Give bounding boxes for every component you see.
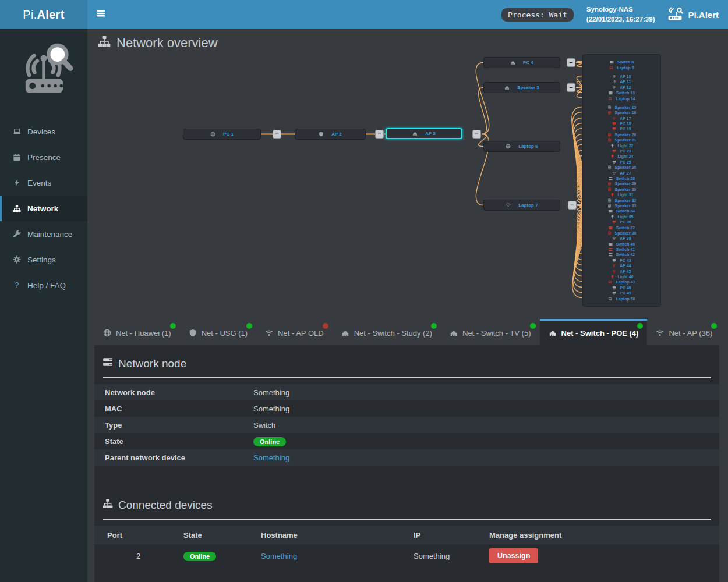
- desktop-icon: [612, 220, 616, 224]
- process-status-badge: Process: Wait: [501, 8, 574, 22]
- sidebar-item-events[interactable]: Events: [0, 170, 87, 196]
- sidebar-item-settings[interactable]: Settings: [0, 247, 87, 272]
- collapse-button-laptop7[interactable]: −: [568, 201, 577, 210]
- device-item-pc-25[interactable]: PC 25: [585, 159, 658, 165]
- device-label: PC 19: [620, 127, 631, 131]
- device-item-speaker-20[interactable]: Speaker 20: [585, 132, 658, 137]
- network-node-ap-3[interactable]: AP 3: [386, 128, 462, 139]
- device-item-switch-28[interactable]: Switch 28: [585, 176, 658, 181]
- sidebar-item-devices[interactable]: Devices: [0, 119, 87, 144]
- column-header-manage-assignment: Manage assignment: [489, 531, 719, 540]
- app-logo[interactable]: Pi.Alert: [0, 0, 87, 29]
- device-item-laptop-47[interactable]: Laptop 47: [585, 279, 658, 285]
- tab-net-switch-tv-5[interactable]: Net - Switch - TV (5): [441, 321, 540, 345]
- sidebar-toggle-button[interactable]: [87, 0, 114, 29]
- device-item-pc-43[interactable]: PC 43: [585, 258, 658, 263]
- network-node-laptop-7[interactable]: Laptop 7: [483, 200, 560, 211]
- connected-devices-heading: Connected devices: [94, 495, 719, 517]
- connected-devices-heading-label: Connected devices: [118, 499, 213, 512]
- network-node-pc-4[interactable]: PC 4: [483, 57, 560, 68]
- unassign-button[interactable]: Unassign: [489, 548, 538, 563]
- device-item-speaker-16[interactable]: Speaker 16: [585, 110, 658, 115]
- cell-port: 2: [94, 552, 183, 560]
- tab-net-ap-36[interactable]: Net - AP (36): [647, 321, 721, 345]
- sidebar-item-help-faq[interactable]: ?Help / FAQ: [0, 272, 87, 298]
- device-item-switch-42[interactable]: Switch 42: [585, 252, 658, 257]
- device-item-switch-40[interactable]: Switch 40: [585, 242, 658, 247]
- desktop-icon: [612, 127, 616, 131]
- device-item-ap-12[interactable]: AP 12: [585, 85, 658, 90]
- tab-net-switch-study-2[interactable]: Net - Switch - Study (2): [333, 321, 441, 345]
- info-value: Switch: [253, 421, 275, 430]
- device-item-speaker-15[interactable]: Speaker 15: [585, 105, 658, 110]
- tab-label: Net - Switch - POE (4): [561, 329, 639, 338]
- sidebar-item-network[interactable]: Network: [0, 196, 87, 221]
- device-item-laptop-50[interactable]: Laptop 50: [585, 296, 658, 301]
- tab-net-huawei-1[interactable]: Net - Huawei (1): [94, 321, 180, 345]
- device-item-light-22[interactable]: Light 22: [585, 143, 658, 148]
- device-label: Speaker 16: [615, 111, 637, 115]
- device-item-switch-8[interactable]: Switch 8: [585, 59, 658, 65]
- device-item-speaker-26[interactable]: Speaker 26: [585, 165, 658, 170]
- sidebar-item-label: Help / FAQ: [27, 281, 66, 290]
- device-item-switch-37[interactable]: Switch 37: [585, 225, 658, 230]
- tab-net-ap-old[interactable]: Net - AP OLD: [256, 321, 333, 345]
- server-icon: [103, 357, 113, 367]
- parent-device-link[interactable]: Something: [253, 453, 289, 462]
- tab-net-usg-1[interactable]: Net - USG (1): [180, 321, 256, 345]
- device-item-switch-34[interactable]: Switch 34: [585, 208, 658, 214]
- device-item-switch-13[interactable]: Switch 13: [585, 90, 658, 95]
- speaker-icon: [607, 165, 612, 169]
- sidebar-item-maintenance[interactable]: Maintenance: [0, 221, 87, 247]
- ethernet-icon: [504, 85, 510, 90]
- device-item-ap-45[interactable]: AP 45: [585, 268, 658, 274]
- pialert-brand[interactable]: Pi.Alert: [667, 6, 719, 23]
- device-item-pc-23[interactable]: PC 23: [585, 148, 658, 154]
- device-item-switch-41[interactable]: Switch 41: [585, 247, 658, 252]
- device-label: Light 46: [618, 275, 634, 279]
- network-node-speaker-5[interactable]: Speaker 5: [483, 82, 560, 93]
- device-item-ap-10[interactable]: AP 10: [585, 74, 658, 79]
- device-item-ap-17[interactable]: AP 17: [585, 116, 658, 121]
- device-item-ap-11[interactable]: AP 11: [585, 79, 658, 84]
- device-item-speaker-32[interactable]: Speaker 32: [585, 197, 658, 203]
- column-header-hostname: Hostname: [261, 531, 414, 540]
- collapse-button-speaker5[interactable]: −: [567, 83, 575, 92]
- device-item-pc-18[interactable]: PC 18: [585, 121, 658, 126]
- collapse-button-pc1[interactable]: −: [273, 130, 281, 139]
- sidebar-item-presence[interactable]: Presence: [0, 144, 87, 170]
- collapse-button-ap3[interactable]: −: [472, 130, 481, 139]
- device-item-speaker-38[interactable]: Speaker 38: [585, 230, 658, 236]
- device-item-ap-44[interactable]: AP 44: [585, 263, 658, 268]
- network-node-ap-2[interactable]: AP 2: [295, 129, 366, 140]
- device-item-speaker-21[interactable]: Speaker 21: [585, 137, 658, 143]
- online-badge: Online: [183, 552, 216, 561]
- hostname-link[interactable]: Something: [261, 552, 297, 560]
- device-item-speaker-30[interactable]: Speaker 30: [585, 187, 658, 192]
- laptop-icon: [13, 127, 21, 136]
- tab-net-switch-poe-4[interactable]: Net - Switch - POE (4): [540, 319, 648, 345]
- network-node-pc-1[interactable]: PC 1: [183, 129, 261, 140]
- device-item-laptop-9[interactable]: Laptop 9: [585, 65, 658, 70]
- device-item-light-24[interactable]: Light 24: [585, 154, 658, 159]
- device-item-pc-19[interactable]: PC 19: [585, 126, 658, 132]
- device-item-ap-39[interactable]: AP 39: [585, 236, 658, 241]
- device-item-pc-49[interactable]: PC 49: [585, 290, 658, 296]
- device-item-speaker-29[interactable]: Speaker 29: [585, 181, 658, 186]
- collapse-button-ap2[interactable]: −: [375, 130, 384, 139]
- device-item-light-46[interactable]: Light 46: [585, 274, 658, 279]
- device-item-laptop-14[interactable]: Laptop 14: [585, 95, 658, 101]
- device-item-pc-48[interactable]: PC 48: [585, 285, 658, 290]
- device-item-pc-36[interactable]: PC 36: [585, 219, 658, 225]
- network-node-laptop-6[interactable]: Laptop 6: [483, 141, 560, 152]
- device-item-light-35[interactable]: Light 35: [585, 214, 658, 219]
- desktop-icon: [612, 149, 616, 153]
- device-item-ap-27[interactable]: AP 27: [585, 170, 658, 175]
- device-label: AP 12: [620, 86, 631, 90]
- server-icon: [103, 357, 113, 370]
- server-icon: [609, 226, 613, 230]
- wifi-icon: [612, 269, 616, 274]
- collapse-button-pc4[interactable]: −: [567, 58, 575, 67]
- device-item-light-31[interactable]: Light 31: [585, 192, 658, 197]
- device-item-speaker-33[interactable]: Speaker 33: [585, 203, 658, 208]
